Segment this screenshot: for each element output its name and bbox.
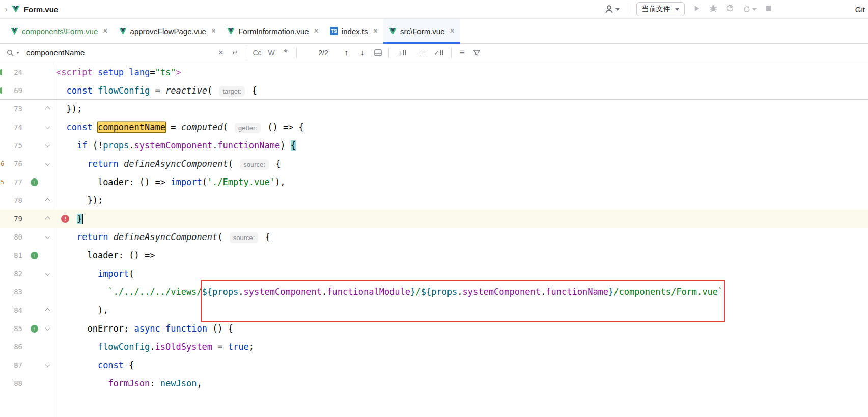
code-token[interactable]	[119, 159, 124, 169]
code-token[interactable]	[56, 287, 108, 297]
code-token[interactable]: });	[56, 195, 103, 205]
code-token[interactable]: =	[150, 67, 155, 77]
code-token[interactable]: onError	[87, 323, 124, 334]
code-token[interactable]: return	[87, 159, 118, 169]
code-token[interactable]: "ts"	[155, 67, 176, 77]
code-token[interactable]: './Empty.vue'	[207, 177, 275, 187]
code-token[interactable]: flowConfig	[98, 85, 150, 96]
code-token[interactable]: flowConfig	[98, 342, 150, 352]
code-token[interactable]: return	[77, 232, 108, 242]
code-token[interactable]: }	[410, 287, 415, 297]
code-token[interactable]: componentName	[98, 122, 165, 132]
code-row[interactable]: 88 formJson: newJson,	[0, 374, 868, 393]
code-token[interactable]: }	[77, 214, 82, 224]
fold-down-icon[interactable]	[45, 271, 50, 276]
fold-down-icon[interactable]	[45, 362, 50, 367]
line-number[interactable]: 85	[0, 319, 26, 338]
code-token[interactable]	[93, 122, 98, 132]
code-token[interactable]: `./../../../views/	[108, 287, 202, 297]
line-number[interactable]: 86	[0, 338, 26, 356]
code-token[interactable]: true	[228, 342, 249, 352]
search-history-button[interactable]	[6, 49, 19, 57]
code-token[interactable]	[93, 85, 98, 96]
code-token[interactable]: function	[165, 323, 207, 334]
code-token[interactable]: systemComponent	[134, 140, 213, 151]
code-row[interactable]: 24<script setup lang="ts">	[0, 63, 868, 81]
code-token[interactable]	[56, 360, 98, 370]
code-token[interactable]: setup	[98, 67, 124, 77]
editor-tab[interactable]: TSindex.ts×	[324, 19, 383, 43]
code-row[interactable]: 80 return defineAsyncComponent( source: …	[0, 228, 868, 246]
code-token[interactable]: loader	[98, 177, 129, 187]
code-token[interactable]: ${	[421, 287, 431, 297]
code-row[interactable]: 73 });	[0, 100, 868, 118]
code-token[interactable]	[56, 250, 87, 260]
code-token[interactable]	[160, 323, 165, 334]
code-row[interactable]: 69 const flowConfig = reactive( target: …	[0, 81, 868, 100]
run-button[interactable]	[693, 5, 701, 14]
code-row[interactable]: 87 const {	[0, 356, 868, 374]
editor-tab[interactable]: FormInformation.vue×	[221, 19, 324, 43]
fold-down-icon[interactable]	[45, 234, 50, 239]
code-with-me-button[interactable]	[604, 5, 620, 14]
code-token[interactable]: {	[246, 85, 257, 96]
error-gutter-icon[interactable]: !	[61, 215, 69, 223]
code-token[interactable]: systemComponent	[244, 287, 322, 297]
line-number[interactable]: 80	[0, 228, 26, 246]
code-token[interactable]: const	[66, 85, 92, 96]
code-token[interactable]: : () =>	[119, 250, 155, 260]
close-tab-icon[interactable]: ×	[373, 26, 378, 36]
code-token[interactable]: ),	[98, 305, 108, 315]
search-options-icon[interactable]: ≡	[455, 48, 469, 58]
code-token[interactable]: (	[217, 232, 228, 242]
code-token[interactable]: (	[228, 159, 238, 169]
implements-gutter-icon[interactable]: ↑	[31, 178, 38, 186]
fold-up-icon[interactable]	[45, 308, 50, 313]
code-token[interactable]: defineAsyncComponent	[114, 232, 218, 242]
close-tab-icon[interactable]: ×	[450, 26, 454, 36]
code-token[interactable]: async	[134, 323, 160, 334]
line-number[interactable]: 84	[0, 301, 26, 319]
code-token[interactable]: () => {	[262, 122, 304, 132]
code-row[interactable]: 577↑ loader: () => import('./Empty.vue')…	[0, 173, 868, 191]
code-token[interactable]: ,	[197, 378, 202, 389]
fold-up-icon[interactable]	[45, 216, 50, 221]
fold-down-icon[interactable]	[45, 124, 50, 129]
editor-tab[interactable]: components\Form.vue×	[5, 19, 114, 43]
remove-occurrence-button[interactable]: −	[411, 49, 429, 57]
line-number[interactable]: 73	[0, 100, 26, 118]
code-token[interactable]: .	[238, 287, 243, 297]
new-line-icon[interactable]: ↵	[228, 48, 242, 57]
code-row[interactable]: 676 return defineAsyncComponent( source:…	[0, 155, 868, 173]
profiler-button[interactable]	[726, 4, 734, 14]
match-case-toggle[interactable]: Cc	[250, 49, 264, 57]
code-token[interactable]: (	[129, 269, 134, 279]
run-configuration-select[interactable]: 当前文件	[636, 2, 685, 16]
code-token[interactable]: });	[56, 104, 82, 114]
code-token[interactable]: ),	[275, 177, 285, 187]
debug-button[interactable]	[709, 4, 717, 14]
code-token[interactable]: :	[150, 378, 160, 389]
code-row[interactable]: 86 flowConfig.isOldSystem = true;	[0, 338, 868, 356]
line-number[interactable]: 87	[0, 356, 26, 374]
code-token[interactable]: isOldSystem	[155, 342, 213, 352]
code-token[interactable]: .	[541, 287, 546, 297]
code-token[interactable]: /components/Form.vue`	[613, 287, 723, 297]
open-in-find-window-icon[interactable]	[371, 49, 385, 56]
line-number[interactable]: 79	[0, 210, 26, 228]
code-row[interactable]: 75 if (!props.systemComponent.functionNa…	[0, 136, 868, 155]
code-token[interactable]: (	[207, 85, 217, 96]
code-token[interactable]: computed	[181, 122, 223, 132]
code-token[interactable]: const	[98, 360, 124, 370]
code-token[interactable]: .	[457, 287, 462, 297]
line-number[interactable]: 83	[0, 283, 26, 301]
code-token[interactable]	[56, 177, 98, 187]
code-token[interactable]: .	[322, 287, 327, 297]
code-token[interactable]: import	[171, 177, 202, 187]
code-token[interactable]: target:	[219, 86, 245, 97]
code-token[interactable]: source:	[230, 232, 259, 243]
line-number[interactable]: 88	[0, 374, 26, 393]
search-input[interactable]: componentName	[26, 48, 214, 57]
code-token[interactable]: if	[77, 140, 87, 151]
line-number[interactable]: 75	[0, 136, 26, 155]
